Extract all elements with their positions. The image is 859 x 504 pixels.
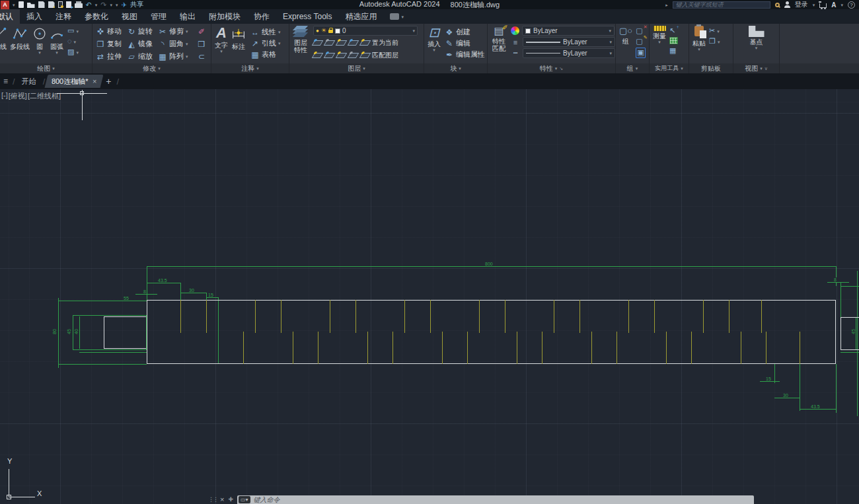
panel-label-block[interactable]: 块▾ — [424, 63, 487, 73]
dim-overall-line[interactable] — [147, 266, 836, 267]
layer-thaw-icon[interactable]: ☀ — [321, 28, 326, 34]
base-dropdown-icon[interactable]: ▾ — [755, 46, 758, 50]
dim-label[interactable]: 45 — [67, 328, 71, 335]
paste-button[interactable]: 粘贴 ▾ — [691, 25, 707, 52]
share-button[interactable]: 共享 — [130, 0, 143, 9]
paste-dropdown-icon[interactable]: ▾ — [698, 47, 700, 52]
dim-label[interactable]: 43.5 — [157, 278, 168, 283]
right-journal[interactable] — [840, 317, 859, 350]
layer-unlock-icon[interactable] — [328, 30, 333, 33]
keyway-tick[interactable] — [654, 300, 655, 333]
keyway-tick[interactable] — [330, 300, 330, 333]
color-wheel-icon[interactable] — [511, 26, 519, 35]
keyway-tick[interactable] — [761, 300, 762, 333]
file-tab-start[interactable]: 开始 — [17, 77, 42, 87]
line-button[interactable]: 直线 — [0, 25, 9, 51]
export-icon[interactable] — [66, 1, 71, 8]
group-edit-button[interactable]: ▢✎ — [636, 37, 645, 46]
arc-button[interactable]: 圆弧 ▾ — [48, 25, 65, 55]
command-input[interactable]: 键入命令 — [254, 495, 280, 504]
text-button[interactable]: A 文字 ▾ — [213, 25, 229, 54]
stretch-button[interactable]: ⇄拉伸 — [96, 52, 127, 61]
table-button[interactable]: ▦表格 — [250, 50, 281, 59]
dim-label[interactable]: 55 — [123, 296, 130, 301]
cut-button[interactable]: ✂ ▾ — [709, 26, 720, 35]
dimension-button[interactable]: 标注 — [229, 25, 248, 51]
properties-dialog-launcher-icon[interactable]: ↘ — [559, 66, 563, 71]
linear-dropdown-icon[interactable]: ▾ — [278, 30, 281, 34]
dim-label[interactable]: 15 — [207, 293, 214, 297]
drawing-line[interactable] — [840, 282, 841, 317]
viewport-visual-style-control[interactable]: [二维线框] — [28, 91, 61, 101]
tab-view[interactable]: 视图 — [115, 9, 144, 24]
panel-label-view[interactable]: 视图▾∨ — [733, 63, 779, 73]
match-layer-button[interactable]: 匹配图层 — [361, 51, 398, 60]
command-grip-handle[interactable]: ⋮⋮ — [208, 495, 220, 503]
tab-parametric[interactable]: 参数化 — [78, 9, 115, 24]
sign-in-button[interactable]: 登录 — [795, 0, 808, 9]
keyway-tick[interactable] — [729, 300, 729, 333]
undo-arrow-icon[interactable]: ▾ — [95, 3, 98, 7]
close-tab-icon[interactable]: × — [93, 77, 96, 85]
keyway-tick[interactable] — [628, 300, 629, 333]
tab-annotate[interactable]: 注释 — [49, 9, 78, 24]
search-input[interactable]: 键入关键字或短语 — [673, 1, 770, 9]
fillet-dropdown-icon[interactable]: ▾ — [186, 42, 188, 46]
drawing-canvas[interactable]: [-] [俯视] [二维线框] 80043.530158558045408451… — [0, 89, 859, 504]
ungroup-button[interactable]: ▢✕ — [636, 26, 645, 35]
keyway-tick[interactable] — [517, 332, 517, 364]
layer-freeze-icon[interactable] — [336, 40, 348, 46]
fillet-button[interactable]: ◝圆角▾ — [158, 39, 197, 49]
tab-manage[interactable]: 管理 — [144, 9, 173, 24]
plot-stamp-icon[interactable] — [58, 1, 63, 8]
linetype-dropdown[interactable]: ByLayer▾ — [523, 48, 615, 58]
app-arrow-icon[interactable]: ▾ — [840, 3, 843, 7]
search-icon[interactable] — [775, 3, 780, 7]
panel-label-groups[interactable]: 组▾ — [616, 63, 649, 73]
panel-label-layers[interactable]: 图层▾ — [289, 63, 424, 73]
drawing-line[interactable] — [836, 266, 837, 286]
lineweight-dropdown[interactable]: ByLayer▾ — [523, 37, 615, 47]
layer-dropdown-arrow-icon[interactable]: ▾ — [412, 28, 415, 33]
keyway-tick[interactable] — [505, 300, 505, 333]
hatch-tool-button[interactable]: ▨ ▾ — [67, 48, 79, 56]
drawing-line[interactable] — [180, 283, 181, 301]
tab-express-tools[interactable]: Express Tools — [276, 9, 338, 24]
measure-button[interactable]: 测量 ▾ — [652, 25, 667, 45]
measure-dropdown-icon[interactable]: ▾ — [658, 40, 661, 44]
dim-label[interactable]: 30 — [782, 393, 789, 398]
viewport-minimize-control[interactable]: [-] — [1, 91, 8, 101]
drawing-line[interactable] — [774, 398, 800, 398]
drawing-line[interactable] — [827, 282, 849, 283]
keyway-tick[interactable] — [467, 332, 468, 364]
rectangle-tool-button[interactable]: ▭ ▾ — [67, 26, 79, 35]
layer-properties-button[interactable]: 图层特性 — [291, 25, 310, 54]
layer-on-icon[interactable]: ● — [316, 28, 319, 34]
ribbon-display-toggle[interactable]: ▾ — [390, 9, 404, 24]
group-button[interactable]: ▢○ 组 — [618, 25, 634, 46]
tab-addins[interactable]: 附加模块 — [202, 9, 247, 24]
keyway-tick[interactable] — [367, 332, 368, 364]
trim-button[interactable]: ✂修剪▾ — [158, 26, 197, 36]
save-as-icon[interactable] — [48, 1, 55, 8]
panel-label-utilities[interactable]: 实用工具▾ — [650, 63, 689, 73]
layer-isolate-icon[interactable] — [312, 40, 324, 46]
print-icon[interactable] — [75, 3, 83, 8]
move-button[interactable]: ✜移动 — [96, 26, 127, 36]
keyway-tick[interactable] — [255, 300, 256, 333]
keyway-tick[interactable] — [666, 332, 667, 364]
new-drawing-tab-button[interactable]: + — [102, 76, 115, 87]
drawing-line[interactable] — [58, 298, 59, 368]
panel-label-draw[interactable]: 绘图▾ — [0, 63, 92, 73]
quick-calculator-button[interactable] — [669, 37, 678, 44]
circle-dropdown-icon[interactable]: ▾ — [38, 50, 41, 55]
rotate-button[interactable]: ↻旋转 — [127, 26, 158, 36]
polyline-button[interactable]: 多段线 — [9, 25, 31, 51]
insert-block-button[interactable]: ⊡ 插入 ▾ — [426, 25, 442, 53]
keyway-tick[interactable] — [243, 332, 244, 364]
new-file-icon[interactable] — [19, 1, 24, 8]
quick-select-button[interactable]: ↖＋ — [669, 26, 678, 35]
layer-unlock-all-icon[interactable] — [348, 53, 359, 58]
arc-dropdown-icon[interactable]: ▾ — [56, 50, 58, 55]
keyway-tick[interactable] — [281, 300, 281, 333]
